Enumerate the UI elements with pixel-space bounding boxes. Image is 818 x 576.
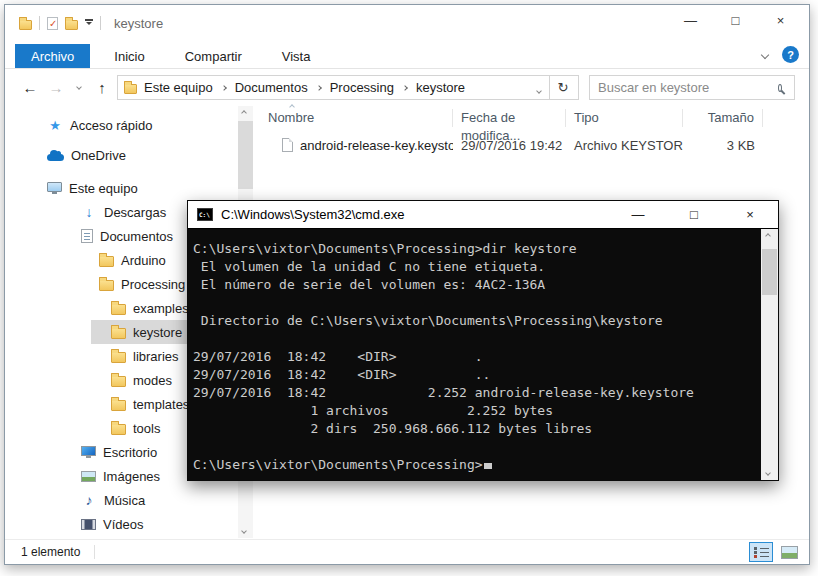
- folder-icon: [111, 424, 126, 435]
- file-size: 3 KB: [683, 138, 763, 153]
- qat-separator: [100, 16, 101, 30]
- cmd-output-line: [193, 295, 756, 313]
- sidebar-item-label: Descargas: [104, 205, 166, 220]
- expand-ribbon-icon[interactable]: [761, 50, 769, 58]
- videos-film-icon: [81, 519, 96, 530]
- search-box[interactable]: [589, 75, 795, 100]
- cmd-cursor: [484, 463, 492, 469]
- cmd-scrollbar[interactable]: [761, 229, 778, 480]
- cmd-minimize-button[interactable]: —: [610, 201, 666, 228]
- scroll-up-icon[interactable]: [241, 110, 247, 116]
- sidebar-item-onedrive[interactable]: OneDrive: [5, 143, 238, 167]
- address-bar[interactable]: Este equipo Documentos Processing keysto…: [117, 75, 579, 100]
- breadcrumb-este-equipo[interactable]: Este equipo: [144, 80, 213, 95]
- quick-access-toolbar: keystore: [5, 16, 163, 31]
- cmd-output-line: El volumen de la unidad C no tiene etiqu…: [193, 259, 756, 277]
- breadcrumb-chevron-icon[interactable]: [402, 85, 408, 91]
- sidebar-item-label: templates: [133, 397, 189, 412]
- breadcrumb-processing[interactable]: Processing: [330, 80, 394, 95]
- address-dropdown-icon[interactable]: [529, 79, 549, 97]
- sidebar-item-acceso-rapido[interactable]: ★ Acceso rápido: [5, 113, 238, 137]
- ribbon-tab-bar: Archivo Inicio Compartir Vista ?: [5, 41, 809, 69]
- scroll-down-icon[interactable]: [241, 528, 247, 534]
- forward-button[interactable]: →: [43, 79, 69, 96]
- cmd-prompt-text: C:\Users\vixtor\Documents\Processing>: [193, 457, 483, 472]
- tab-archivo[interactable]: Archivo: [15, 44, 90, 68]
- sidebar-item-label: modes: [133, 373, 172, 388]
- help-icon[interactable]: ?: [782, 46, 799, 63]
- sidebar-item-musica[interactable]: ♪ Música: [5, 488, 238, 512]
- cmd-output-line: [193, 331, 756, 349]
- quick-access-star-icon: ★: [47, 118, 63, 133]
- navigation-bar: ← → ↑ Este equipo Documentos Processing …: [5, 70, 809, 104]
- new-folder-icon[interactable]: [65, 20, 78, 30]
- sidebar-item-este-equipo[interactable]: Este equipo: [5, 176, 238, 200]
- close-button[interactable]: ×: [758, 5, 803, 35]
- thumbnail-view-icon: [781, 546, 798, 559]
- folder-icon: [111, 304, 126, 315]
- details-view-button[interactable]: [749, 542, 773, 562]
- tab-inicio[interactable]: Inicio: [98, 44, 160, 68]
- breadcrumb-chevron-icon[interactable]: [221, 85, 227, 91]
- maximize-button[interactable]: □: [713, 5, 758, 35]
- column-header-tipo[interactable]: Tipo: [566, 109, 683, 127]
- address-folder-icon: [124, 84, 137, 94]
- thumbnail-view-button[interactable]: [777, 542, 801, 562]
- minimize-button[interactable]: —: [668, 5, 713, 35]
- cmd-window: C:\ C:\Windows\System32\cmd.exe — □ × C:…: [187, 200, 779, 481]
- sidebar-item-videos[interactable]: Vídeos: [5, 512, 238, 536]
- cmd-app-icon[interactable]: C:\: [197, 208, 213, 221]
- item-count: 1 elemento: [21, 545, 80, 559]
- cmd-prompt-line: C:\Users\vixtor\Documents\Processing>: [193, 457, 756, 475]
- sidebar-item-label: libraries: [133, 349, 179, 364]
- scrollbar-thumb[interactable]: [762, 249, 777, 295]
- cmd-maximize-button[interactable]: □: [666, 201, 722, 228]
- pictures-icon: [81, 471, 96, 482]
- breadcrumb-documentos[interactable]: Documentos: [235, 80, 308, 95]
- sidebar-item-label: Vídeos: [103, 517, 143, 532]
- sidebar-item-label: Arduino: [121, 253, 166, 268]
- file-name: android-release-key.keystore: [300, 138, 453, 153]
- cmd-console[interactable]: C:\Users\vixtor\Documents\Processing>dir…: [188, 229, 778, 480]
- back-button[interactable]: ←: [17, 79, 43, 96]
- cmd-window-title: C:\Windows\System32\cmd.exe: [221, 207, 610, 222]
- window-title: keystore: [114, 16, 163, 31]
- column-header-fecha[interactable]: Fecha de modifica...: [453, 109, 566, 127]
- onedrive-cloud-icon: [47, 154, 64, 161]
- downloads-arrow-icon: ↓: [81, 204, 97, 220]
- tab-compartir[interactable]: Compartir: [169, 44, 258, 68]
- refresh-icon[interactable]: ↻: [552, 80, 574, 95]
- column-header-tamano[interactable]: Tamaño: [683, 109, 763, 127]
- up-button[interactable]: ↑: [89, 79, 115, 96]
- sidebar-item-label: examples: [133, 301, 189, 316]
- details-view-icon: [754, 546, 769, 558]
- breadcrumb-chevron-icon[interactable]: [316, 85, 322, 91]
- search-icon[interactable]: [778, 84, 782, 92]
- file-icon: [282, 138, 293, 152]
- cmd-output-line: Directorio de C:\Users\vixtor\Documents\…: [193, 313, 756, 331]
- cmd-close-button[interactable]: ×: [722, 201, 778, 228]
- customize-quick-access-icon[interactable]: [85, 19, 93, 28]
- explorer-titlebar[interactable]: keystore — □ ×: [5, 5, 809, 41]
- properties-icon[interactable]: [47, 17, 58, 30]
- sidebar-item-label: Escritorio: [103, 445, 157, 460]
- scroll-down-icon[interactable]: [765, 470, 771, 476]
- cmd-output-line: 29/07/2016 18:42 2.252 android-release-k…: [193, 385, 756, 403]
- breadcrumb-keystore[interactable]: keystore: [416, 80, 465, 95]
- recent-locations-icon[interactable]: [69, 85, 89, 89]
- sidebar-item-label: Documentos: [100, 229, 173, 244]
- folder-icon: [111, 328, 126, 339]
- scrollbar-thumb[interactable]: [238, 121, 253, 189]
- tab-vista[interactable]: Vista: [266, 44, 327, 68]
- cmd-output-line: 29/07/2016 18:42 <DIR> ..: [193, 367, 756, 385]
- file-row[interactable]: android-release-key.keystore 29/07/2016 …: [260, 134, 799, 156]
- search-input[interactable]: [590, 80, 778, 95]
- desktop-icon: [81, 446, 96, 456]
- column-header-nombre[interactable]: Nombre: [260, 109, 453, 127]
- file-list-header: Nombre Fecha de modifica... Tipo Tamaño: [260, 104, 799, 131]
- folder-icon: [111, 352, 126, 363]
- file-type: Archivo KEYSTORE: [566, 138, 683, 153]
- sidebar-item-label: Processing: [121, 277, 185, 292]
- cmd-titlebar[interactable]: C:\ C:\Windows\System32\cmd.exe — □ ×: [188, 201, 778, 229]
- scroll-up-icon[interactable]: [765, 233, 771, 239]
